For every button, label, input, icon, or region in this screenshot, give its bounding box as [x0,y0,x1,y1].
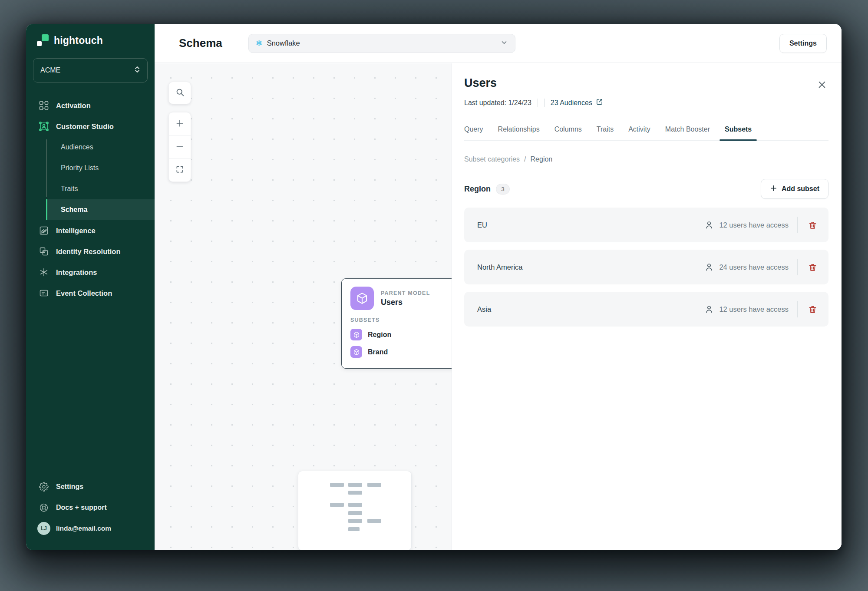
user-icon [704,304,714,314]
tab-traits[interactable]: Traits [597,125,614,140]
sidebar-item-schema[interactable]: Schema [46,199,155,220]
subset-name: Brand [368,348,446,356]
sidebar-item-activation[interactable]: Activation [26,95,155,116]
row-divider [797,217,798,233]
subset-row-name: Asia [477,305,704,314]
details-panel: Users Last updated: 1/24/23 23 Audiences… [452,63,842,550]
user-icon [704,262,714,272]
canvas-search-button[interactable] [168,82,191,104]
sidebar-item-audiences[interactable]: Audiences [46,137,155,158]
workspace-selector[interactable]: ACME [33,58,148,83]
settings-button-label: Settings [789,40,817,47]
parent-model-node[interactable]: PARENT MODEL Users SUBSETS Region 3 [341,278,452,369]
topbar: Schema ❄ Snowflake Settings [155,24,842,63]
hightouch-logo-icon [36,34,49,46]
page-title: Schema [179,36,222,50]
node-subset-row-region[interactable]: Region 3 [350,329,452,340]
breadcrumb-parent[interactable]: Subset categories [464,155,520,163]
subset-row-name: EU [477,221,704,229]
tab-subsets[interactable]: Subsets [725,125,752,140]
sidebar-item-customer-studio[interactable]: Customer Studio [26,116,155,137]
breadcrumb-current: Region [531,155,553,163]
sidebar-item-label: Traits [61,185,78,193]
access-text: 12 users have access [719,221,789,229]
panel-title: Users [464,76,497,90]
customer-studio-subnav: Audiences Priority Lists Traits Schema [46,137,155,220]
sidebar-item-label: Intelligence [56,227,96,235]
zoom-in-button[interactable] [169,112,191,135]
trash-icon[interactable] [806,261,819,274]
sidebar-item-event-collection[interactable]: Event Collection [26,283,155,304]
logo-text: hightouch [54,35,103,46]
source-select[interactable]: ❄ Snowflake [248,34,515,53]
minimap[interactable] [298,471,412,550]
user-icon [704,220,714,230]
fit-view-button[interactable] [169,158,191,182]
section-count-badge: 3 [496,184,510,195]
subset-row-north-america[interactable]: North America 24 users have access [464,250,828,284]
last-updated-text: Last updated: 1/24/23 [464,99,531,107]
subset-section-header: Region 3 Add subset [464,179,828,199]
sidebar-item-identity-resolution[interactable]: Identity Resolution [26,241,155,262]
subset-cube-icon [350,329,362,340]
snowflake-icon: ❄ [256,39,263,47]
access-info: 24 users have access [704,262,789,272]
zoom-out-button[interactable] [169,135,191,158]
event-collection-icon [39,288,49,298]
trash-icon[interactable] [806,219,819,231]
node-name: Users [381,298,430,307]
subset-cube-icon [350,346,362,358]
breadcrumb: Subset categories / Region [464,155,828,163]
sidebar-item-intelligence[interactable]: Intelligence [26,220,155,241]
audiences-link[interactable]: 23 Audiences [551,98,603,107]
sidebar-item-label: Customer Studio [56,122,114,131]
add-subset-label: Add subset [782,185,819,193]
sidebar-item-label: Schema [61,206,87,214]
settings-button[interactable]: Settings [779,34,827,53]
sidebar-item-settings[interactable]: Settings [26,476,155,497]
tab-relationships[interactable]: Relationships [498,125,540,140]
access-text: 12 users have access [719,305,789,314]
breadcrumb-separator: / [524,155,526,163]
section-title: Region [464,185,491,194]
trash-icon[interactable] [806,303,819,316]
customer-studio-icon [39,122,49,131]
subset-row-asia[interactable]: Asia 12 users have access [464,292,828,327]
hightouch-logo: hightouch [36,34,103,46]
access-info: 12 users have access [704,304,789,314]
gear-icon [39,482,49,492]
access-text: 24 users have access [719,263,789,271]
sidebar-item-priority-lists[interactable]: Priority Lists [46,158,155,178]
user-email: linda@email.com [56,525,111,532]
tab-activity[interactable]: Activity [628,125,650,140]
sidebar-footer: Settings Docs + support LJ linda@email.c… [26,476,155,539]
row-divider [797,259,798,275]
sidebar-item-account[interactable]: LJ linda@email.com [26,518,155,539]
subset-row-eu[interactable]: EU 12 users have access [464,208,828,242]
tab-query[interactable]: Query [464,125,483,140]
subset-row-name: North America [477,263,704,271]
add-subset-button[interactable]: Add subset [761,179,828,199]
sidebar-item-label: Audiences [61,143,93,151]
sidebar-item-traits[interactable]: Traits [46,178,155,199]
node-subset-row-brand[interactable]: Brand 5 [350,346,452,358]
identity-resolution-icon [39,247,49,256]
close-icon[interactable] [815,78,828,93]
sidebar-item-integrations[interactable]: Integrations [26,262,155,283]
schema-canvas[interactable]: 1:many 1:many [155,63,452,550]
sidebar-item-docs-support[interactable]: Docs + support [26,497,155,518]
fullscreen-icon [175,165,184,175]
footer-item-label: Docs + support [56,504,107,512]
canvas-zoom-controls [168,112,191,182]
workspace-name: ACME [40,66,60,74]
sidebar-item-label: Identity Resolution [56,248,121,256]
model-cube-icon [350,287,374,310]
sidebar-item-label: Integrations [56,268,97,277]
panel-tabs: Query Relationships Columns Traits Activ… [464,125,828,141]
meta-divider [538,99,538,107]
plus-icon [770,185,777,194]
node-kicker: PARENT MODEL [381,290,430,296]
tab-columns[interactable]: Columns [554,125,582,140]
subset-name: Region [368,331,446,339]
tab-match-booster[interactable]: Match Booster [665,125,710,140]
